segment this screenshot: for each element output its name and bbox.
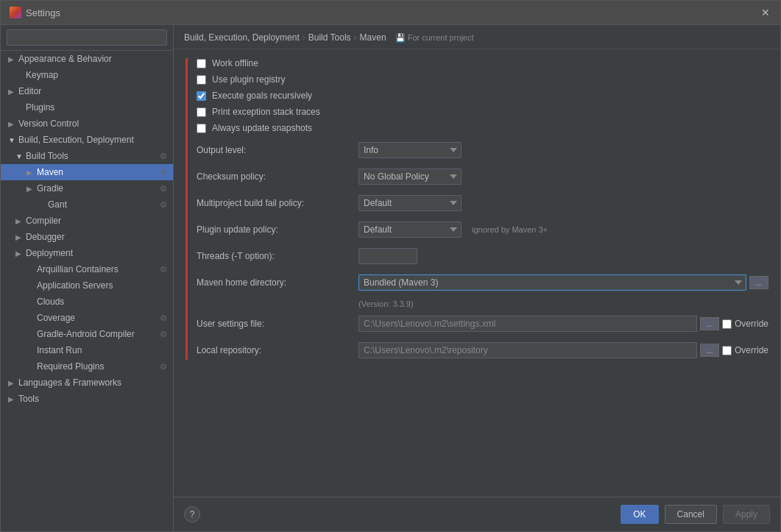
local-repository-input[interactable]	[358, 342, 697, 358]
sidebar-item-gradle[interactable]: ▶ Gradle ⚙	[1, 180, 173, 196]
threads-label: Threads (-T option):	[197, 251, 358, 261]
title-bar-left: Settings	[10, 7, 60, 18]
gear-icon: ⚙	[160, 168, 167, 177]
checkbox-label: Print exception stack traces	[212, 107, 320, 117]
user-settings-label: User settings file:	[197, 319, 358, 329]
local-repository-browse-button[interactable]: ...	[700, 344, 719, 357]
arrow-icon: ▶	[15, 217, 23, 225]
sidebar-item-languages-frameworks[interactable]: ▶ Languages & Frameworks	[1, 375, 173, 391]
sidebar-item-application-servers[interactable]: Application Servers	[1, 277, 173, 294]
sidebar-item-editor[interactable]: ▶ Editor	[1, 83, 173, 99]
search-box	[1, 25, 173, 51]
breadcrumb: Build, Execution, Deployment › Build Too…	[174, 25, 780, 49]
threads-input[interactable]	[358, 248, 417, 264]
plugin-update-row: Plugin update policy: Default Never Alwa…	[197, 220, 768, 239]
sidebar-item-plugins[interactable]: Plugins	[1, 99, 173, 116]
local-repository-control: ... Override	[358, 342, 768, 358]
checkbox-row-use-plugin-registry: Use plugin registry	[197, 74, 768, 85]
local-repository-override-checkbox[interactable]	[722, 346, 732, 355]
dialog-title: Settings	[26, 7, 60, 18]
multiproject-fail-label: Multiproject build fail policy:	[197, 198, 358, 208]
search-input[interactable]	[7, 29, 167, 46]
user-settings-row: User settings file: ... Override	[197, 314, 768, 333]
gear-icon: ⚙	[160, 362, 167, 372]
sidebar-item-clouds[interactable]: Clouds	[1, 294, 173, 310]
sidebar-item-build-tools[interactable]: ▼ Build Tools ⚙	[1, 148, 173, 164]
maven-home-control: Bundled (Maven 3) Custom... ...	[358, 274, 768, 291]
checkbox-row-work-offline: Work offline	[197, 58, 768, 68]
breadcrumb-part: Build Tools	[308, 32, 351, 43]
sidebar-item-gant[interactable]: Gant ⚙	[1, 196, 173, 213]
sidebar-item-coverage[interactable]: Coverage ⚙	[1, 310, 173, 326]
arrow-icon: ▶	[8, 120, 15, 128]
maven-home-browse-button[interactable]: ...	[749, 276, 768, 289]
sidebar-item-keymap[interactable]: Keymap	[1, 67, 173, 83]
sidebar-item-deployment[interactable]: ▶ Deployment	[1, 245, 173, 261]
work-offline-checkbox[interactable]	[197, 59, 206, 68]
use-plugin-registry-checkbox[interactable]	[197, 75, 206, 85]
sidebar-item-version-control[interactable]: ▶ Version Control	[1, 116, 173, 132]
plugin-update-select[interactable]: Default Never Always Daily	[358, 221, 462, 238]
local-repository-override: Override	[722, 345, 768, 355]
sidebar-item-instant-run[interactable]: Instant Run	[1, 342, 173, 358]
arrow-icon: ▶	[8, 55, 15, 63]
user-settings-input[interactable]	[358, 316, 697, 332]
override-label: Override	[735, 319, 768, 329]
arrow-icon: ▶	[8, 88, 15, 96]
local-repository-label: Local repository:	[197, 345, 358, 355]
gear-icon: ⚙	[160, 152, 167, 161]
sidebar-item-maven[interactable]: ▶ Maven ⚙	[1, 164, 173, 180]
gear-icon: ⚙	[160, 330, 167, 339]
gear-icon: ⚙	[160, 184, 167, 194]
output-level-select[interactable]: Info Debug Warn Error	[358, 142, 462, 158]
checksum-policy-select[interactable]: No Global Policy Warn Fail	[358, 169, 462, 185]
apply-button[interactable]: Apply	[723, 505, 770, 524]
breadcrumb-separator: ›	[354, 32, 357, 43]
arrow-icon: ▶	[8, 379, 15, 387]
print-exception-checkbox[interactable]	[197, 107, 206, 117]
arrow-icon: ▶	[26, 185, 34, 193]
user-settings-browse-button[interactable]: ...	[700, 317, 719, 330]
settings-dialog: Settings ✕ ▶ Appearance & Behavior Keyma…	[0, 0, 781, 532]
sidebar-item-label: Plugins	[26, 102, 167, 113]
gear-icon: ⚙	[160, 200, 167, 210]
sidebar-item-arquillian-containers[interactable]: Arquillian Containers ⚙	[1, 261, 173, 277]
sidebar-item-label: Version Control	[18, 118, 167, 129]
main-content: Build, Execution, Deployment › Build Too…	[174, 25, 780, 531]
sidebar-item-required-plugins[interactable]: Required Plugins ⚙	[1, 358, 173, 375]
breadcrumb-part: Build, Execution, Deployment	[184, 32, 300, 43]
sidebar-item-tools[interactable]: ▶ Tools	[1, 391, 173, 407]
user-settings-override-checkbox[interactable]	[722, 319, 732, 329]
sidebar-item-label: Application Servers	[37, 280, 167, 291]
sidebar-item-appearance-behavior[interactable]: ▶ Appearance & Behavior	[1, 51, 173, 67]
sidebar-item-debugger[interactable]: ▶ Debugger	[1, 229, 173, 245]
multiproject-fail-control: Default Never At End Immediately	[358, 195, 768, 211]
sidebar-item-gradle-android-compiler[interactable]: Gradle-Android Compiler ⚙	[1, 326, 173, 342]
multiproject-fail-select[interactable]: Default Never At End Immediately	[358, 195, 462, 211]
arrow-icon: ▼	[8, 136, 15, 144]
maven-dir-row: Bundled (Maven 3) Custom... ...	[358, 274, 768, 291]
checkbox-label: Always update snapshots	[212, 123, 312, 133]
sidebar-item-label: Coverage	[37, 313, 157, 323]
always-update-checkbox[interactable]	[197, 124, 206, 133]
execute-goals-checkbox[interactable]	[197, 91, 206, 101]
sidebar-item-label: Appearance & Behavior	[18, 54, 167, 64]
cancel-button[interactable]: Cancel	[665, 505, 717, 524]
sidebar-item-label: Clouds	[37, 297, 167, 307]
gear-icon: ⚙	[160, 265, 167, 274]
checksum-policy-label: Checksum policy:	[197, 171, 358, 182]
maven-home-label: Maven home directory:	[197, 277, 358, 288]
sidebar-item-label: Build Tools	[26, 151, 157, 161]
plugin-update-control: Default Never Always Daily ignored by Ma…	[358, 221, 768, 238]
arrow-icon: ▼	[15, 152, 23, 160]
sidebar-item-label: Languages & Frameworks	[18, 377, 167, 388]
sidebar-item-label: Debugger	[26, 232, 167, 242]
arrow-icon: ▶	[15, 249, 23, 258]
close-button[interactable]: ✕	[760, 7, 771, 18]
ok-button[interactable]: OK	[621, 505, 658, 524]
maven-home-select[interactable]: Bundled (Maven 3) Custom...	[358, 274, 746, 291]
sidebar-item-compiler[interactable]: ▶ Compiler	[1, 213, 173, 229]
sidebar-item-build-execution-deployment[interactable]: ▼ Build, Execution, Deployment	[1, 132, 173, 148]
breadcrumb-separator: ›	[303, 32, 305, 43]
help-button[interactable]: ?	[184, 506, 200, 522]
